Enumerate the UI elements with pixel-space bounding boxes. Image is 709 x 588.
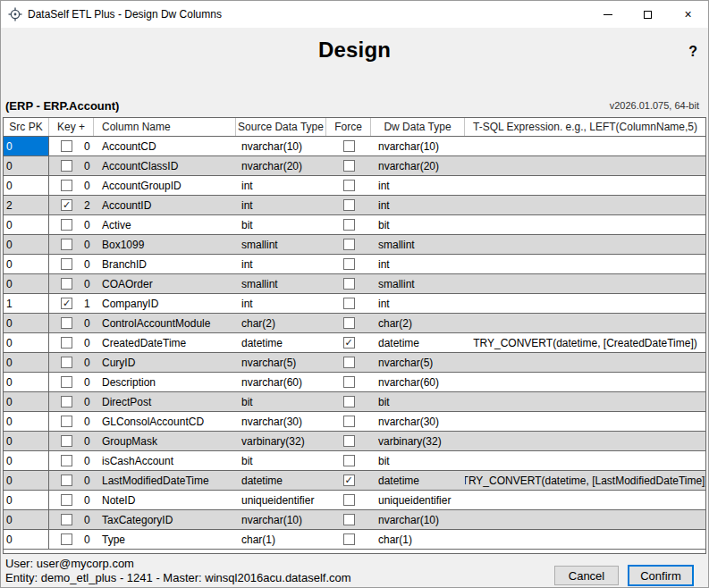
dw-data-type-cell[interactable]: bit [371, 392, 465, 411]
column-name-cell[interactable]: TaxCategoryID [94, 510, 236, 529]
tsql-expression-cell[interactable] [465, 314, 705, 332]
force-checkbox[interactable] [343, 435, 355, 447]
tsql-expression-cell[interactable] [465, 353, 705, 372]
tsql-expression-cell[interactable] [465, 294, 705, 313]
tsql-expression-cell[interactable] [465, 156, 705, 175]
dw-data-type-cell[interactable]: nvarchar(10) [371, 510, 465, 529]
key-checkbox[interactable] [61, 514, 72, 525]
key-checkbox[interactable] [61, 219, 72, 231]
key-value[interactable]: 0 [84, 376, 90, 389]
key-value[interactable]: 0 [84, 416, 90, 428]
key-value[interactable]: 0 [84, 514, 90, 526]
key-checkbox[interactable] [61, 278, 72, 290]
src-pk-cell[interactable]: 0 [4, 451, 49, 470]
key-checkbox[interactable] [61, 396, 72, 407]
tsql-expression-cell[interactable] [465, 392, 705, 411]
dw-data-type-cell[interactable]: bit [371, 451, 465, 470]
key-value[interactable]: 0 [84, 180, 90, 192]
column-name-cell[interactable]: COAOrder [94, 274, 236, 293]
key-value[interactable]: 0 [84, 140, 90, 153]
src-pk-cell[interactable]: 2 [4, 196, 49, 214]
tsql-expression-cell[interactable] [465, 432, 705, 450]
key-checkbox[interactable] [61, 180, 72, 191]
key-value[interactable]: 0 [84, 455, 90, 467]
dw-data-type-cell[interactable]: int [371, 294, 465, 313]
src-pk-cell[interactable]: 1 [4, 294, 49, 313]
force-checkbox[interactable] [343, 494, 355, 506]
dw-data-type-cell[interactable]: int [371, 196, 465, 214]
minimize-button[interactable] [587, 1, 628, 28]
source-data-type-cell[interactable]: char(1) [236, 530, 326, 549]
close-button[interactable]: × [668, 1, 708, 28]
source-data-type-cell[interactable]: smallint [236, 274, 326, 293]
tsql-expression-cell[interactable] [465, 530, 705, 549]
source-data-type-cell[interactable]: datetime [236, 471, 326, 490]
dw-data-type-cell[interactable]: nvarchar(10) [371, 137, 465, 155]
force-checkbox[interactable] [343, 239, 355, 250]
source-data-type-cell[interactable]: varbinary(32) [236, 432, 326, 450]
source-data-type-cell[interactable]: nvarchar(60) [236, 373, 326, 391]
column-name-cell[interactable]: Description [94, 373, 236, 391]
column-name-cell[interactable]: CuryID [94, 353, 236, 372]
column-name-cell[interactable]: CompanyID [94, 294, 236, 313]
tsql-expression-cell[interactable] [465, 215, 705, 234]
key-value[interactable]: 2 [84, 199, 90, 212]
tsql-expression-cell[interactable]: TRY_CONVERT(datetime, [CreatedDateTime]) [465, 333, 705, 352]
column-name-cell[interactable]: LastModifiedDateTime [94, 471, 236, 490]
force-checkbox[interactable] [343, 455, 355, 466]
tsql-expression-cell[interactable] [465, 510, 705, 529]
key-checkbox[interactable] [61, 160, 72, 172]
key-checkbox[interactable] [61, 455, 72, 466]
src-pk-cell[interactable]: 0 [4, 530, 49, 549]
src-pk-cell[interactable]: 0 [4, 255, 49, 273]
src-pk-cell[interactable]: 0 [4, 491, 49, 509]
force-checkbox[interactable] [343, 219, 355, 231]
column-name-cell[interactable]: DirectPost [94, 392, 236, 411]
key-value[interactable]: 0 [84, 475, 90, 487]
key-checkbox[interactable] [61, 475, 72, 486]
key-value[interactable]: 1 [84, 298, 90, 310]
cancel-button[interactable]: Cancel [554, 566, 619, 585]
key-checkbox[interactable] [61, 258, 72, 270]
column-name-cell[interactable]: Active [94, 215, 236, 234]
key-value[interactable]: 0 [84, 435, 90, 448]
dw-data-type-cell[interactable]: nvarchar(30) [371, 412, 465, 431]
src-pk-cell[interactable]: 0 [4, 432, 49, 450]
column-name-cell[interactable]: AccountCD [94, 137, 236, 155]
dw-data-type-cell[interactable]: varbinary(32) [371, 432, 465, 450]
key-value[interactable]: 0 [84, 239, 90, 251]
source-data-type-cell[interactable]: int [236, 294, 326, 313]
column-name-cell[interactable]: AccountGroupID [94, 176, 236, 195]
force-checkbox[interactable]: ✓ [343, 337, 355, 349]
source-data-type-cell[interactable]: bit [236, 451, 326, 470]
source-data-type-cell[interactable]: nvarchar(10) [236, 510, 326, 529]
tsql-expression-cell[interactable] [465, 235, 705, 254]
tsql-expression-cell[interactable] [465, 196, 705, 214]
force-checkbox[interactable] [343, 258, 355, 270]
force-checkbox[interactable] [343, 357, 355, 368]
tsql-expression-cell[interactable] [465, 176, 705, 195]
column-name-cell[interactable]: AccountClassID [94, 156, 236, 175]
key-checkbox[interactable] [61, 435, 72, 447]
src-pk-cell[interactable]: 0 [4, 373, 49, 391]
tsql-expression-cell[interactable] [465, 412, 705, 431]
force-checkbox[interactable] [343, 199, 355, 211]
tsql-expression-cell[interactable] [465, 451, 705, 470]
force-checkbox[interactable] [343, 140, 355, 152]
key-value[interactable]: 0 [84, 258, 90, 271]
force-checkbox[interactable] [343, 416, 355, 427]
dw-data-type-cell[interactable]: bit [371, 215, 465, 234]
key-checkbox[interactable] [61, 317, 72, 329]
source-data-type-cell[interactable]: int [236, 176, 326, 195]
maximize-button[interactable] [628, 1, 668, 28]
tsql-expression-cell[interactable] [465, 491, 705, 509]
key-checkbox[interactable] [61, 140, 72, 152]
tsql-expression-cell[interactable] [465, 373, 705, 391]
src-pk-cell[interactable]: 0 [4, 314, 49, 332]
key-checkbox[interactable] [61, 337, 72, 349]
column-name-cell[interactable]: BranchID [94, 255, 236, 273]
key-checkbox[interactable] [61, 533, 72, 545]
column-name-cell[interactable]: ControlAccountModule [94, 314, 236, 332]
src-pk-cell[interactable]: 0 [4, 353, 49, 372]
column-name-cell[interactable]: AccountID [94, 196, 236, 214]
